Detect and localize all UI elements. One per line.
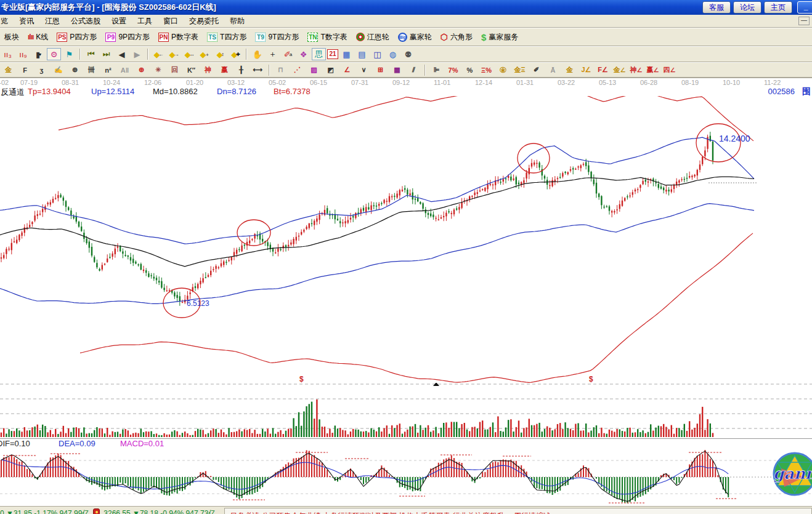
draw-tool-icon-37[interactable]: F∠: [595, 64, 611, 76]
draw-tool-icon-25[interactable]: ⫽: [406, 64, 421, 76]
draw-tool-icon-4[interactable]: ⊕: [67, 64, 83, 76]
draw-tool-icon-29[interactable]: %: [462, 64, 477, 76]
draw-tool-icon-15[interactable]: ⟷: [250, 64, 266, 76]
draw-tool-icon-glyph: ⋰: [294, 66, 301, 74]
notepad-icon[interactable]: ▤: [355, 48, 369, 60]
menu-item-4[interactable]: 设置: [106, 16, 132, 26]
menu-bar: 览资讯江恩公式选股设置工具窗口交易委托帮助: [0, 15, 812, 28]
mini-kline-9-icon[interactable]: ıı₉: [16, 48, 30, 60]
macd-chart[interactable]: [0, 447, 812, 506]
mdi-minimize-button[interactable]: —: [798, 17, 810, 25]
menu-item-1[interactable]: 资讯: [14, 16, 39, 26]
draw-tool-icon-13[interactable]: 赢: [217, 64, 232, 76]
shift-left-icon[interactable]: ◆←: [152, 48, 166, 60]
menu-item-6[interactable]: 窗口: [158, 16, 184, 26]
draw-tool-icon-24[interactable]: ▦: [389, 64, 405, 76]
winner-service-button[interactable]: $赢家服务: [477, 31, 522, 44]
t-square-button[interactable]: TST四方形: [203, 31, 251, 44]
menu-item-7[interactable]: 交易委托: [184, 16, 224, 26]
gift-icon[interactable]: ❖: [296, 48, 311, 60]
draw-tool-icon-20[interactable]: ◩: [323, 64, 338, 76]
kline-button[interactable]: ılııK线: [23, 31, 52, 44]
draw-tool-icon-41[interactable]: 四∠: [662, 64, 677, 76]
draw-tool-icon-21[interactable]: ∠: [339, 64, 355, 76]
shift-right-icon[interactable]: ◆→: [167, 48, 181, 60]
draw-tool-icon-34[interactable]: Ā: [545, 64, 561, 76]
draw-tool-icon-23[interactable]: ⊞: [373, 64, 388, 76]
calendar-icon[interactable]: 21: [327, 49, 338, 59]
draw-tool-icon-12[interactable]: 神: [200, 64, 216, 76]
menu-item-0[interactable]: 览: [0, 16, 14, 26]
smart-analysis-icon[interactable]: 思: [312, 48, 326, 60]
draw-tool-icon-22[interactable]: ∨: [356, 64, 371, 76]
draw-tool-icon-38[interactable]: 金∠: [612, 64, 627, 76]
draw-tool-icon-14[interactable]: ╂: [233, 64, 249, 76]
draw-tool-icon-10[interactable]: 回: [167, 64, 182, 76]
p-square-button[interactable]: PSP四方形: [52, 31, 101, 44]
draw-tool-icon-glyph: J∠: [582, 66, 591, 74]
draw-tool-icon-32[interactable]: 金Ξ: [512, 64, 527, 76]
draw-tool-icon-17[interactable]: ⊓: [273, 64, 288, 76]
winner-wheel-button[interactable]: Big赢家轮: [394, 31, 436, 44]
menu-item-3[interactable]: 公式选股: [65, 16, 106, 26]
hexagon-icon: ⬡: [441, 32, 448, 42]
minimize-button[interactable]: _: [797, 1, 812, 14]
draw-tool-icon-35[interactable]: 金: [562, 64, 577, 76]
draw-tool-icon-28[interactable]: 7%: [445, 64, 461, 76]
first-page-icon[interactable]: ⏮: [84, 48, 98, 60]
draw-tool-icon-18[interactable]: ⋰: [290, 64, 305, 76]
draw-tool-icon-36[interactable]: J∠: [579, 64, 594, 76]
save-icon[interactable]: ◫: [370, 48, 384, 60]
draw-tool-icon-39[interactable]: 神∠: [628, 64, 644, 76]
expand-v-icon[interactable]: ◆↕: [213, 48, 227, 60]
draw-tool-icon-1[interactable]: F: [17, 64, 33, 76]
candle-style-dropdown-icon[interactable]: ▮▾: [31, 48, 46, 60]
draw-tool-icon-40[interactable]: 赢∠: [645, 64, 660, 76]
blocks-button[interactable]: 板块: [0, 31, 23, 44]
page-left-icon[interactable]: ◀: [115, 48, 129, 60]
hand-tool-icon[interactable]: ✋: [250, 48, 264, 60]
mini-kline-3-icon[interactable]: ıı₃: [1, 48, 15, 60]
winner-wheel-icon: Big: [398, 33, 407, 42]
t-number-table-button[interactable]: TNT数字表: [303, 31, 351, 44]
draw-tool-icon-6[interactable]: n²: [100, 64, 116, 76]
main-kline-chart[interactable]: 14.24006.5123$$: [0, 96, 812, 383]
calculator-icon[interactable]: ▦: [339, 48, 354, 60]
draw-tool-icon-31[interactable]: ㊎: [495, 64, 511, 76]
crosshair-tool-icon[interactable]: ＋: [266, 48, 280, 60]
web-save-icon[interactable]: ◍: [386, 48, 400, 60]
titlebar-button-0[interactable]: 客服: [702, 1, 731, 14]
draw-tool-icon-11[interactable]: K″: [184, 64, 199, 76]
titlebar-button-2[interactable]: 主页: [764, 1, 792, 14]
page-right-icon[interactable]: ▶: [130, 48, 144, 60]
9t-square-button[interactable]: T99T四方形: [251, 31, 303, 44]
draw-tool-icon-30[interactable]: Ξ%: [479, 64, 494, 76]
draw-tool-icon-7[interactable]: A‖: [117, 64, 132, 76]
menu-item-5[interactable]: 工具: [132, 16, 158, 26]
menu-item-8[interactable]: 帮助: [224, 16, 250, 26]
flag-tool-icon[interactable]: ⚑: [62, 48, 76, 60]
titlebar-button-1[interactable]: 论坛: [733, 1, 761, 14]
gann-wheel-button[interactable]: 江恩轮: [352, 31, 394, 44]
volume-chart[interactable]: [0, 383, 812, 438]
menu-item-2[interactable]: 江恩: [39, 16, 65, 26]
annotate-tool-icon[interactable]: ✐a: [281, 48, 295, 60]
draw-tool-icon-19[interactable]: ▨: [306, 64, 322, 76]
user-pc-icon[interactable]: ⚉: [401, 48, 415, 60]
draw-tool-icon-2[interactable]: ʒ: [34, 64, 49, 76]
draw-tool-icon-0[interactable]: 金: [1, 64, 16, 76]
draw-tool-icon-9[interactable]: ✳: [150, 64, 166, 76]
p-number-table-button[interactable]: PNP数字表: [154, 31, 203, 44]
draw-tool-icon-5[interactable]: 卌: [84, 64, 99, 76]
draw-tool-icon-33[interactable]: ✐: [529, 64, 544, 76]
draw-tool-icon-3[interactable]: ✍: [51, 64, 66, 76]
9p-square-button[interactable]: P99P四方形: [101, 31, 154, 44]
zoom-all-icon[interactable]: ◆✚: [229, 48, 243, 60]
hexagon-button[interactable]: ⬡六角形: [436, 31, 477, 44]
pattern-tool-icon[interactable]: ⚙: [47, 48, 61, 60]
expand-h-icon[interactable]: ◆↔: [182, 48, 197, 60]
draw-tool-icon-8[interactable]: ⊕: [134, 64, 149, 76]
zoom-in-icon[interactable]: ◆＋: [198, 48, 212, 60]
last-page-icon[interactable]: ⏭: [99, 48, 113, 60]
draw-tool-icon-27[interactable]: ⊫: [429, 64, 444, 76]
